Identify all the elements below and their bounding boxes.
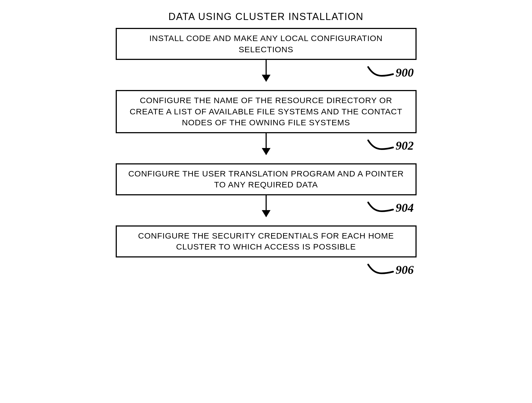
connector-row: 906	[116, 257, 417, 282]
step-box-904: CONFIGURE THE USER TRANSLATION PROGRAM A…	[116, 163, 417, 195]
leader-line-icon	[367, 65, 394, 80]
diagram-title: DATA USING CLUSTER INSTALLATION	[116, 11, 417, 22]
connector-row: 904	[116, 195, 417, 225]
leader-line-icon	[367, 200, 394, 216]
leader-line-icon	[367, 138, 394, 153]
step-box-902: CONFIGURE THE NAME OF THE RESOURCE DIREC…	[116, 90, 417, 133]
ref-number: 902	[396, 139, 414, 153]
ref-number: 904	[396, 201, 414, 215]
step-box-906: CONFIGURE THE SECURITY CREDENTIALS FOR E…	[116, 225, 417, 257]
flowchart: DATA USING CLUSTER INSTALLATION INSTALL …	[116, 11, 417, 282]
arrow-down-icon	[266, 60, 267, 81]
ref-label-904: 904	[367, 200, 414, 216]
ref-label-900: 900	[367, 65, 414, 80]
ref-number: 906	[396, 263, 414, 277]
step-box-900: INSTALL CODE AND MAKE ANY LOCAL CONFIGUR…	[116, 28, 417, 60]
ref-label-906: 906	[367, 262, 414, 278]
connector-row: 902	[116, 133, 417, 163]
arrow-down-icon	[266, 195, 267, 217]
leader-line-icon	[367, 262, 394, 278]
ref-number: 900	[396, 66, 414, 80]
connector-row: 900	[116, 60, 417, 90]
arrow-down-icon	[266, 133, 267, 155]
ref-label-902: 902	[367, 138, 414, 153]
